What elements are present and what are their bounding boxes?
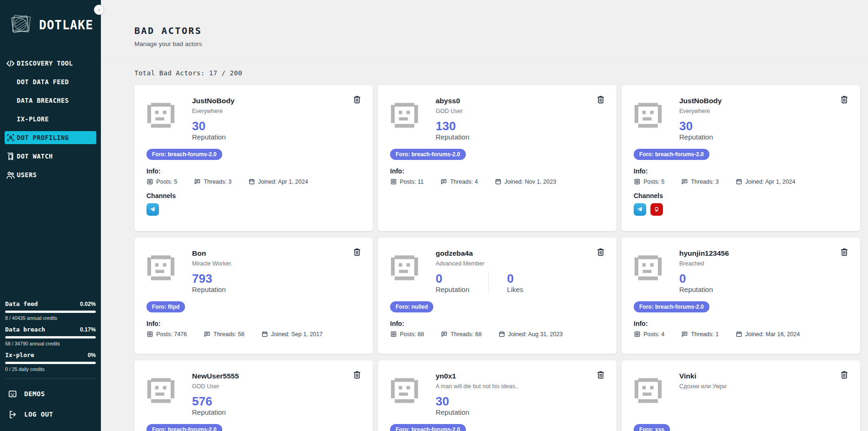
posts-icon (634, 331, 641, 338)
sidebar: ‹ DOTLAKE DISCOVERY TOOLDOT DATA FEEDDAT… (0, 0, 101, 431)
avatar (390, 376, 419, 405)
credit-caption: 8 / 40435 annual credits (5, 315, 96, 321)
delete-actor-button[interactable] (839, 370, 850, 381)
actor-subtitle: GOD User (192, 383, 239, 390)
posts-icon (146, 331, 153, 338)
sidebar-item-dot-data-feed[interactable]: DOT DATA FEED (0, 73, 101, 91)
robot-face-avatar-icon (390, 376, 419, 405)
delete-actor-button[interactable] (351, 94, 363, 106)
info-label: Info: (390, 167, 605, 175)
credit-meter: Data feed0.02%8 / 40435 annual credits (5, 300, 96, 321)
sidebar-item-data-breaches[interactable]: DATA BREACHES (0, 91, 101, 110)
stat-value: 0 (507, 272, 523, 285)
trash-icon (840, 94, 849, 105)
trash-icon (352, 370, 362, 380)
threads-icon (681, 331, 688, 338)
info-label: Info: (146, 167, 362, 175)
stat-value: 30 (436, 394, 470, 408)
channels-row (634, 203, 849, 216)
page-subtitle: Manage your bad actors (134, 40, 849, 47)
delete-actor-button[interactable] (595, 370, 606, 381)
stat-likes: 0Likes (488, 272, 523, 294)
avatar (390, 253, 419, 282)
credit-progress-bar (5, 336, 96, 338)
actor-subtitle: GOD User (436, 107, 470, 115)
credit-percent: 0% (88, 352, 96, 358)
credit-progress-bar (5, 311, 96, 313)
calendar-icon (498, 331, 505, 338)
actor-subtitle: Breached (679, 260, 729, 267)
stat-label: Reputation (192, 408, 226, 417)
sidebar-item-users[interactable]: USERS (0, 166, 101, 184)
posts-info: Posts: 4 (634, 331, 664, 338)
forum-badge: Foro: flipd (146, 301, 185, 312)
joined-info: Joined: Nov 1, 2023 (495, 178, 556, 185)
actor-subtitle: A man will die but not his ideas.. (436, 383, 518, 390)
sidebar-item-log-out[interactable]: LOG OUT (5, 404, 96, 424)
sidebar-footer: DEMOSLOG OUT (5, 378, 96, 424)
actor-name: JustNoBody (192, 96, 234, 105)
forum-badge: Foro: breach-forums-2.0 (390, 424, 466, 431)
delete-actor-button[interactable] (351, 247, 363, 258)
avatar (634, 376, 663, 405)
delete-actor-button[interactable] (351, 370, 363, 381)
jabber-icon[interactable] (650, 203, 663, 216)
stat-label: Reputation (192, 285, 226, 294)
trash-icon (596, 370, 605, 380)
credit-caption: 58 / 34790 annual credits (5, 341, 96, 346)
sidebar-item-demos[interactable]: DEMOS (5, 384, 96, 404)
channels-label: Channels (634, 192, 849, 199)
actor-subtitle: Advanced Member (436, 260, 523, 267)
joined-info: Joined: Apr 1, 2024 (248, 178, 308, 185)
sidebar-collapse-button[interactable]: ‹ (94, 5, 104, 15)
calendar-icon (735, 178, 742, 185)
delete-actor-button[interactable] (839, 247, 850, 258)
sidebar-item-dot-profiling[interactable]: DOT PROFILING (5, 131, 96, 144)
calendar-icon (261, 331, 268, 338)
posts-info: Posts: 7476 (146, 331, 187, 338)
forum-badge: Foro: nulled (390, 301, 433, 312)
actor-card: JustNoBody Everywhere 30Reputation Foro:… (134, 85, 373, 231)
credit-percent: 0.17% (80, 326, 96, 333)
sidebar-item-label: DATA BREACHES (17, 97, 69, 104)
info-label: Info: (390, 320, 605, 327)
actor-subtitle: Miracle Worker. (192, 260, 232, 267)
robot-face-avatar-icon (146, 253, 175, 282)
trash-icon (596, 94, 605, 105)
actor-stats: 0Reputation (679, 272, 729, 294)
actor-card: Bon Miracle Worker. 793Reputation Foro: … (134, 238, 373, 354)
delete-actor-button[interactable] (595, 94, 606, 106)
avatar (390, 101, 419, 130)
sidebar-item-label: LOG OUT (24, 411, 53, 418)
actor-card: godzeba4a Advanced Member 0Reputation0Li… (378, 238, 616, 354)
sidebar-item-ix-plore[interactable]: IX-PLORE (0, 110, 101, 128)
telegram-icon[interactable] (146, 203, 159, 216)
threads-info: Threads: 56 (204, 331, 245, 338)
avatar (146, 376, 175, 405)
stat-reputation: 30Reputation (436, 394, 470, 417)
delete-actor-button[interactable] (595, 247, 606, 258)
actor-card: yn0x1 A man will die but not his ideas..… (378, 360, 616, 431)
delete-actor-button[interactable] (839, 94, 850, 106)
posts-icon (390, 331, 397, 338)
sidebar-item-discovery-tool[interactable]: DISCOVERY TOOL (0, 54, 101, 73)
joined-info: Joined: Apr 1, 2024 (735, 178, 795, 185)
info-label: Info: (634, 320, 849, 327)
calendar-icon (495, 178, 502, 185)
posts-info: Posts: 88 (390, 331, 424, 338)
stat-reputation: 793Reputation (192, 272, 226, 294)
actor-name: JustNoBody (679, 96, 722, 105)
actor-name: Vinki (679, 371, 726, 380)
credit-meter: Ix-plore0%0 / 25 daily credits (5, 351, 96, 372)
posts-info: Posts: 11 (390, 178, 424, 185)
logo-text: DOTLAKE (39, 18, 93, 32)
threads-info: Threads: 68 (441, 331, 482, 338)
credit-progress-bar (5, 362, 96, 364)
calendar-icon (735, 331, 742, 338)
sidebar-item-dot-watch[interactable]: DOT WATCH (0, 147, 101, 166)
actor-subtitle: Everywhere (192, 107, 234, 115)
stat-value: 130 (436, 119, 470, 133)
robot-face-avatar-icon (390, 101, 419, 130)
telegram-icon[interactable] (634, 203, 646, 216)
robot-face-avatar-icon (390, 253, 419, 282)
